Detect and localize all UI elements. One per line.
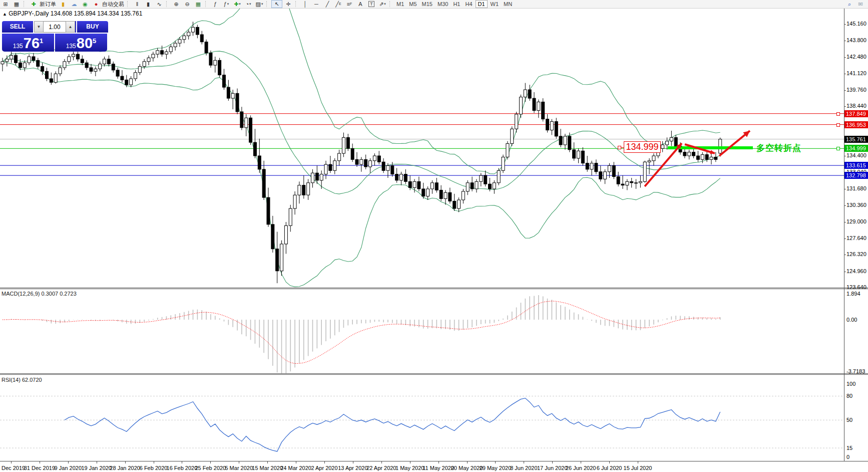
- price-tick: [844, 106, 846, 107]
- sell-button[interactable]: SELL: [2, 21, 33, 33]
- price-tag-label[interactable]: 134.999: [624, 141, 661, 153]
- timeframe-h4[interactable]: H4: [463, 1, 474, 8]
- arrows-icon[interactable]: ⇗▾: [377, 1, 387, 8]
- date-label: 6 Jul 2020: [597, 465, 622, 471]
- equidistant-channel-icon[interactable]: ╱E: [333, 1, 343, 8]
- hline-endpoint-marker[interactable]: [836, 123, 840, 127]
- add-indicator-icon[interactable]: ƒ▾: [221, 1, 231, 8]
- macd-scale-label: 0.00: [846, 317, 857, 323]
- crosshair-icon[interactable]: ✛: [283, 1, 293, 8]
- date-tick: [182, 461, 182, 463]
- toolbar-separator: [166, 1, 169, 7]
- collapse-arrow-icon[interactable]: ▲: [3, 12, 7, 17]
- fibonacci-icon[interactable]: ≡F: [344, 1, 354, 8]
- price-tick-label: 130.360: [846, 202, 867, 208]
- volume-increase-button[interactable]: ▲: [66, 21, 75, 33]
- timeframe-m5[interactable]: M5: [407, 1, 418, 8]
- symbol-ohlc: 134.608 135.894 134.334 135.761: [51, 10, 143, 17]
- date-axis-border: [0, 461, 868, 461]
- zoom-in-icon[interactable]: ⊕: [171, 1, 181, 8]
- zoom-out-icon[interactable]: ⊖: [182, 1, 192, 8]
- date-label: 22 Apr 2020: [366, 465, 396, 471]
- horizontal-line-icon[interactable]: ─: [311, 1, 321, 8]
- search-icon[interactable]: ⌕: [844, 1, 854, 8]
- date-tick: [524, 461, 524, 463]
- date-label: 8 Jun 2020: [510, 465, 537, 471]
- volume-decrease-button[interactable]: ▼: [34, 21, 44, 33]
- timeframe-m30[interactable]: M30: [436, 1, 450, 8]
- buy-price-sup: 5: [93, 34, 96, 49]
- macd-pane-separator[interactable]: [0, 288, 868, 289]
- buy-price[interactable]: 135 80 5: [55, 34, 107, 52]
- sell-price[interactable]: 135 76 1: [2, 34, 54, 52]
- rsi-pane-separator[interactable]: [0, 373, 868, 375]
- autotrading-icon[interactable]: ●: [91, 1, 101, 8]
- date-label: 11 May 2020: [422, 465, 454, 471]
- price-tick-label: 138.440: [846, 103, 867, 109]
- template-icon[interactable]: ▨▾: [254, 1, 264, 8]
- date-tick: [125, 461, 126, 463]
- timeframe-h1[interactable]: H1: [451, 1, 462, 8]
- price-tick-label: 139.760: [846, 87, 867, 93]
- macd-pane[interactable]: [3, 295, 720, 375]
- turning-point-text[interactable]: 多空转折点: [756, 142, 801, 154]
- price-tick-label: 142.480: [846, 54, 867, 60]
- timeframe-w1[interactable]: W1: [489, 1, 501, 8]
- data-window-icon[interactable]: ▦: [12, 1, 22, 8]
- charts-grid-icon[interactable]: ⊞: [1, 1, 11, 8]
- date-label: 1 May 2020: [395, 465, 424, 471]
- date-label: 28 Jan 2020: [110, 465, 140, 471]
- date-tick: [581, 461, 581, 463]
- chart-plot[interactable]: [0, 0, 868, 472]
- date-label: 16 Feb 2020: [167, 465, 198, 471]
- date-tick: [97, 461, 97, 463]
- hline-endpoint-marker[interactable]: [836, 112, 840, 116]
- price-tick-label: 131.680: [846, 185, 867, 191]
- toolbar-separator: [295, 1, 298, 7]
- indicators-icon[interactable]: ƒ: [210, 1, 220, 8]
- date-label: 20 May 2020: [451, 465, 483, 471]
- timeframe-mn[interactable]: MN: [502, 1, 514, 8]
- line-chart-icon[interactable]: ∿: [154, 1, 164, 8]
- autotrading-label: 自动交易: [102, 1, 124, 8]
- history-center-icon[interactable]: ▮: [58, 1, 68, 8]
- price-tick: [844, 57, 846, 58]
- virtual-hosting-icon[interactable]: ☁: [69, 1, 79, 8]
- date-label: 19 Jan 2020: [81, 465, 112, 471]
- price-badge: 135.761: [844, 136, 868, 143]
- toolbar-separator: [389, 1, 392, 7]
- date-label: 24 Mar 2020: [280, 465, 311, 471]
- timeframe-m1[interactable]: M1: [394, 1, 406, 8]
- text-icon[interactable]: A: [355, 1, 365, 8]
- cursor-icon[interactable]: ↖: [271, 0, 282, 8]
- period-icon[interactable]: ◔▾: [243, 1, 253, 8]
- macd-indicator-label: MACD(12,26,9) 0.3007 0.2723: [2, 291, 77, 297]
- chat-icon[interactable]: ✉: [855, 1, 865, 8]
- price-badge: 133.615: [844, 162, 868, 169]
- new-order-icon[interactable]: ✚: [29, 1, 39, 8]
- price-tick: [844, 24, 846, 25]
- signals-icon[interactable]: ◉: [80, 1, 90, 8]
- price-tick-label: 124.960: [846, 268, 867, 274]
- timeframe-d1[interactable]: D1: [476, 0, 488, 8]
- add-object-icon[interactable]: ✚▾: [232, 1, 242, 8]
- main-pane[interactable]: [0, 0, 844, 287]
- date-tick: [467, 461, 468, 463]
- tile-windows-icon[interactable]: ▦: [193, 1, 203, 8]
- bar-chart-icon[interactable]: ‖: [132, 1, 142, 8]
- volume-input[interactable]: [44, 21, 66, 33]
- text-label-icon[interactable]: T: [366, 1, 376, 8]
- candlestick-chart-icon[interactable]: ▮: [143, 1, 153, 8]
- price-tick-label: 145.160: [846, 21, 867, 27]
- date-tick: [410, 461, 410, 463]
- vertical-line-icon[interactable]: │: [300, 1, 310, 8]
- buy-price-prefix: 135: [66, 42, 76, 51]
- date-tick: [439, 461, 439, 463]
- timeframe-m15[interactable]: M15: [420, 1, 435, 8]
- trendline-icon[interactable]: ╱: [322, 1, 332, 8]
- toolbar: ⊞▦✚新订单▮☁◉●自动交易‖▮∿⊕⊖▦ƒƒ▾✚▾◔▾▨▾↖✛│─╱╱E≡FAT…: [0, 0, 868, 9]
- hline-endpoint-marker[interactable]: [836, 147, 840, 150]
- buy-button[interactable]: BUY: [77, 21, 108, 33]
- rsi-pane[interactable]: [0, 396, 844, 451]
- date-tick: [495, 461, 496, 463]
